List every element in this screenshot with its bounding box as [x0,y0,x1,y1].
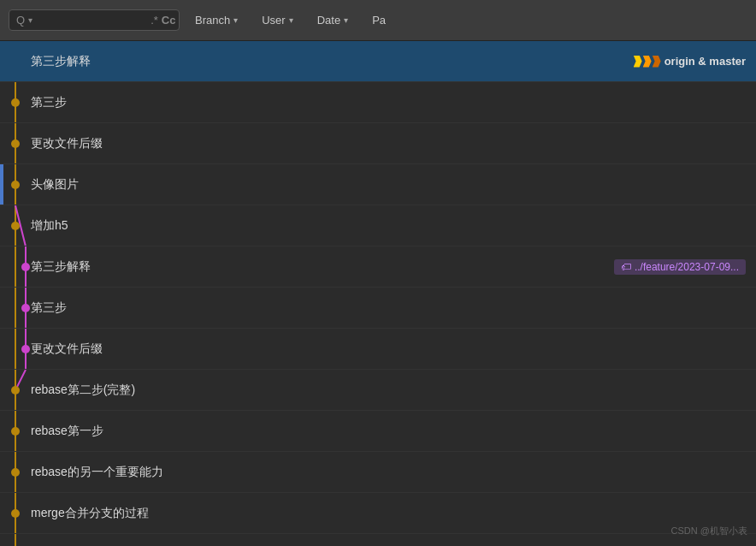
commit-message: 头像图片 [31,177,746,193]
page-filter-button[interactable]: Pa [363,10,394,30]
user-filter-label: User [262,14,285,27]
origin-master-label: origin & master [664,55,746,68]
branch-filter-label: Branch [195,14,230,27]
watermark: CSDN @机智小表 [671,525,747,537]
commit-badges: ../feature/2023-07-09... [614,259,746,275]
commit-row[interactable]: 第三步 [0,82,756,123]
commit-message: 更改文件后缀 [31,341,746,357]
commit-row[interactable]: 更改文件后缀 [0,329,756,370]
toolbar: Q ▾ .* Cc Branch ▾ User ▾ Date ▾ Pa [0,0,756,41]
commit-message: rebase第一步 [31,424,746,439]
branch-filter-button[interactable]: Branch ▾ [186,10,246,30]
commit-message: merge合并分支的过程 [31,506,746,521]
commit-badges: origin & master [634,55,746,68]
commit-row[interactable]: 第三步解释 ../feature/2023-07-09... [0,246,756,288]
commit-row[interactable]: 第三步 [0,288,756,329]
commit-message: 第三步 [31,300,746,316]
commit-message: 更改文件后缀 [31,136,746,151]
commit-row[interactable]: 更改文件后缀 [0,123,756,164]
origin-arrows [634,56,661,68]
branch-dropdown-icon: ▾ [233,15,238,25]
user-dropdown-icon: ▾ [289,15,293,25]
commit-message: 增加h5 [31,218,746,234]
cc-button[interactable]: Cc [162,14,176,27]
user-filter-button[interactable]: User ▾ [253,10,301,30]
commit-message: rebase第二步(完整) [31,383,746,398]
regex-button[interactable]: .* [151,14,158,27]
commit-row[interactable]: 增加h5 [0,205,756,246]
search-icon: Q [16,14,25,27]
commit-list: 第三步解释 origin & master 第三步 更改文件后缀 头像图片 增加… [0,41,756,546]
date-dropdown-icon: ▾ [344,15,348,25]
search-dropdown-icon: ▾ [28,15,32,25]
search-bar[interactable]: Q ▾ .* Cc [9,9,180,31]
commit-message: 第三步解释 [31,259,604,275]
commit-row[interactable]: 第三步解释 origin & master [0,41,756,82]
feature-branch-badge: ../feature/2023-07-09... [614,259,746,275]
commit-row[interactable]: rebase第一步 [0,411,756,452]
page-filter-label: Pa [372,14,386,27]
date-filter-label: Date [317,14,340,27]
commit-message: 第三步解释 [31,54,623,69]
commit-row[interactable]: 头像图片 [0,164,756,205]
commit-message: 第三步 [31,95,746,110]
commit-row[interactable]: rebase的另一个重要能力 [0,452,756,493]
commit-row[interactable]: rebase第二步(完整) [0,370,756,411]
commit-message: rebase的另一个重要能力 [31,465,746,480]
origin-master-badge: origin & master [634,55,746,68]
feature-branch-label: ../feature/2023-07-09... [635,261,739,273]
commit-row[interactable]: merge合并分支的过程 [0,493,756,534]
date-filter-button[interactable]: Date ▾ [309,10,357,30]
search-input[interactable] [36,14,147,27]
